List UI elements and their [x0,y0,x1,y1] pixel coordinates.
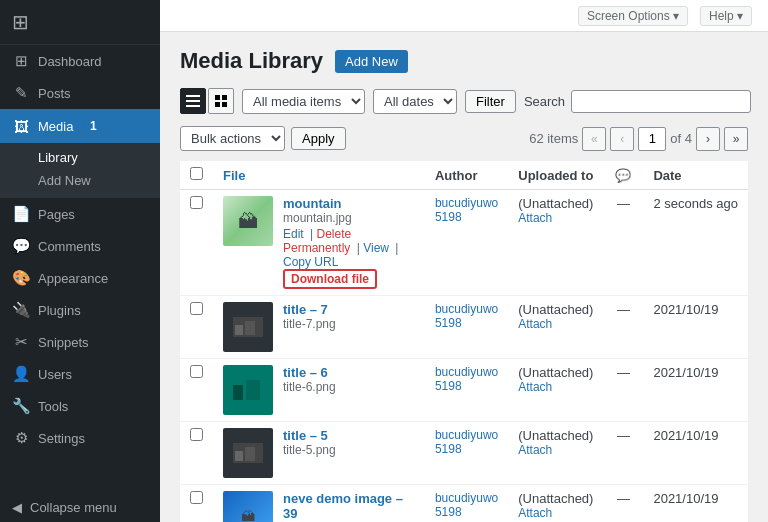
author-link[interactable]: bucudiyuwo5198 [435,365,498,393]
author-link[interactable]: bucudiyuwo5198 [435,196,498,224]
file-name-link[interactable]: title – 5 [283,428,336,443]
sidebar-sub-library[interactable]: Library [0,146,160,169]
author-id: 5198 [435,379,498,393]
sidebar-item-users[interactable]: 👤 Users [0,358,160,390]
filter-button[interactable]: Filter [465,90,516,113]
author-link[interactable]: bucudiyuwo5198 [435,491,498,519]
pager-first-button[interactable]: « [582,127,606,151]
appearance-icon: 🎨 [12,269,30,287]
attach-link[interactable]: Attach [518,380,593,394]
attach-link[interactable]: Attach [518,443,593,457]
collapse-arrow-icon: ◀ [12,500,22,515]
svg-rect-4 [222,95,227,100]
author-link[interactable]: bucudiyuwo5198 [435,428,498,456]
sidebar-item-media[interactable]: 🖼 Media 1 [0,109,160,143]
date-cell: 2021/10/19 [653,365,718,380]
unattached-label: (Unattached) [518,302,593,317]
pager-last-button[interactable]: » [724,127,748,151]
author-cell: bucudiyuwo5198 [435,365,498,393]
author-cell: bucudiyuwo5198 [435,302,498,330]
apply-button[interactable]: Apply [291,127,346,150]
th-file[interactable]: File [213,161,425,190]
row-checkbox[interactable] [190,365,203,378]
table-row: 🏔 mountain mountain.jpg Edit | Delete Pe… [180,190,748,296]
plugins-icon: 🔌 [12,301,30,319]
pager-prev-button[interactable]: ‹ [610,127,634,151]
attach-link[interactable]: Attach [518,211,593,225]
file-cell: title – 6 title-6.png Edit | Delete Perm… [223,365,415,415]
sidebar-item-settings[interactable]: ⚙ Settings [0,422,160,454]
sidebar-sub-add-new[interactable]: Add New [0,169,160,192]
upload-cell: (Unattached)Attach [518,428,593,457]
sidebar-item-tools[interactable]: 🔧 Tools [0,390,160,422]
thumbnail [223,365,273,415]
grid-view-button[interactable] [208,88,234,114]
svg-rect-9 [245,321,255,335]
sidebar-item-pages[interactable]: 📄 Pages [0,198,160,230]
edit-link[interactable]: Edit [283,227,304,241]
table-row: title – 6 title-6.png Edit | Delete Perm… [180,359,748,422]
sidebar-item-label: Tools [38,399,68,414]
pager-of: of 4 [670,131,692,146]
sidebar-item-appearance[interactable]: 🎨 Appearance [0,262,160,294]
bulk-left: Bulk actions Apply [180,126,346,151]
svg-rect-15 [245,447,255,461]
view-link[interactable]: View [363,241,389,255]
sidebar-item-label: Posts [38,86,71,101]
pager-current-input[interactable] [638,127,666,151]
row-checkbox[interactable] [190,196,203,209]
view-toggle [180,88,234,114]
sidebar-item-dashboard[interactable]: ⊞ Dashboard [0,45,160,77]
media-submenu: Library Add New [0,143,160,198]
sidebar: ⊞ ⊞ Dashboard ✎ Posts 🖼 Media 1 Library … [0,0,160,522]
file-info: mountain mountain.jpg Edit | Delete Perm… [283,196,415,289]
screen-options-button[interactable]: Screen Options ▾ [578,6,688,26]
file-info: neve demo image – 39 neve-demo-image-39.… [283,491,415,522]
sidebar-item-comments[interactable]: 💬 Comments [0,230,160,262]
add-new-button[interactable]: Add New [335,50,408,73]
unattached-label: (Unattached) [518,365,593,380]
file-name-link[interactable]: title – 7 [283,302,336,317]
media-step-badge: 1 [83,116,103,136]
file-name-link[interactable]: neve demo image – 39 [283,491,415,521]
date-cell: 2021/10/19 [653,302,718,317]
file-name-link[interactable]: mountain [283,196,415,211]
attach-link[interactable]: Attach [518,317,593,331]
table-row: title – 7 title-7.png Edit | Delete Perm… [180,296,748,359]
bulk-actions-select[interactable]: Bulk actions [180,126,285,151]
table-header: File Author Uploaded to 💬 Date [180,161,748,190]
download-file-button[interactable]: Download file [283,269,377,289]
sidebar-item-snippets[interactable]: ✂ Snippets [0,326,160,358]
row-checkbox[interactable] [190,491,203,504]
media-type-filter[interactable]: All media items [242,89,365,114]
date-cell: 2021/10/19 [653,491,718,506]
copy-url-link[interactable]: Copy URL [283,255,338,269]
th-checkbox [180,161,213,190]
collapse-label: Collapse menu [30,500,117,515]
date-filter[interactable]: All dates [373,89,457,114]
sidebar-item-posts[interactable]: ✎ Posts [0,77,160,109]
sidebar-item-plugins[interactable]: 🔌 Plugins [0,294,160,326]
settings-icon: ⚙ [12,429,30,447]
help-button[interactable]: Help ▾ [700,6,752,26]
thumbnail: 🏔 [223,196,273,246]
attach-link[interactable]: Attach [518,506,593,520]
thumbnail [223,428,273,478]
svg-rect-1 [186,100,200,102]
file-name-link[interactable]: title – 6 [283,365,336,380]
collapse-menu[interactable]: ◀ Collapse menu [0,493,160,522]
file-ext: title-5.png [283,443,336,457]
search-input[interactable] [571,90,751,113]
pager-next-button[interactable]: › [696,127,720,151]
posts-icon: ✎ [12,84,30,102]
th-uploaded: Uploaded to [508,161,603,190]
list-view-button[interactable] [180,88,206,114]
file-cell: 🏔 mountain mountain.jpg Edit | Delete Pe… [223,196,415,289]
row-checkbox[interactable] [190,428,203,441]
author-link[interactable]: bucudiyuwo5198 [435,302,498,330]
select-all-checkbox[interactable] [190,167,203,180]
sidebar-logo: ⊞ [0,0,160,45]
row-checkbox[interactable] [190,302,203,315]
search-label: Search [524,94,565,109]
author-id: 5198 [435,316,498,330]
